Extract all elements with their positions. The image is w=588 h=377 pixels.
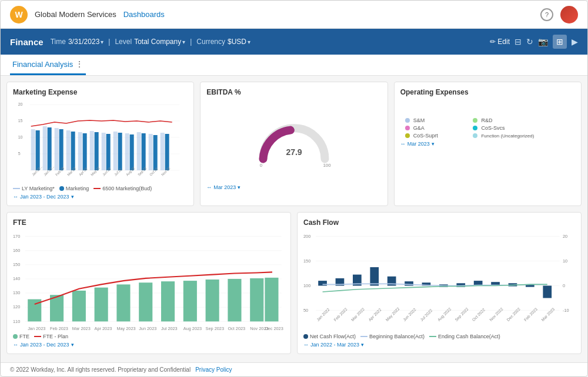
svg-text:Dec 2022: Dec 2022 <box>506 307 521 322</box>
tab-financial-analysis[interactable]: Financial Analysis ⋮ <box>10 55 86 75</box>
svg-text:Feb 2023: Feb 2023 <box>523 307 538 322</box>
svg-rect-27 <box>95 132 99 170</box>
currency-label: Currency <box>196 38 225 46</box>
svg-text:Jul 2023: Jul 2023 <box>161 326 178 331</box>
svg-text:Oct 2022: Oct 2022 <box>472 307 486 322</box>
edit-button[interactable]: ✏ Edit <box>490 38 510 46</box>
svg-text:-10: -10 <box>563 308 569 313</box>
level-chevron: ▾ <box>182 39 185 45</box>
refresh-icon[interactable]: ↻ <box>526 37 533 46</box>
svg-text:200: 200 <box>303 234 310 239</box>
svg-text:Jan 2022: Jan 2022 <box>316 307 330 322</box>
svg-text:Aug 2022: Aug 2022 <box>437 307 452 322</box>
svg-rect-78 <box>206 280 219 321</box>
svg-text:Mar 2022: Mar 2022 <box>350 307 365 322</box>
marketing-expense-card: Marketing Expense 20 15 10 5 $,000 <box>6 82 194 206</box>
toolbar: Finance Time 3/31/2023 ▾ | Level Total C… <box>1 29 587 55</box>
svg-text:Oct 2023: Oct 2023 <box>228 326 245 331</box>
workday-logo: W <box>10 6 28 23</box>
main-content: Marketing Expense 20 15 10 5 $,000 <box>1 76 587 362</box>
marketing-expense-chart: 20 15 10 5 $,000 <box>13 100 188 182</box>
operating-expenses-title: Operating Expenses <box>400 88 575 96</box>
svg-text:10: 10 <box>18 135 23 139</box>
cashflow-chart: 200 150 100 50 20 10 0 -10 <box>303 230 575 330</box>
svg-text:Mar 2023: Mar 2023 <box>72 326 91 331</box>
marketing-date-range[interactable]: ↔Jan 2023 - Dec 2023▾ <box>13 194 188 200</box>
fte-date-range[interactable]: ↔Jan 2023 - Dec 2023▾ <box>13 342 285 348</box>
svg-text:0: 0 <box>563 283 565 288</box>
cashflow-date-range[interactable]: ↔Jan 2022 - Mar 2023▾ <box>303 342 575 348</box>
time-value[interactable]: 3/31/2023 ▾ <box>68 38 103 46</box>
svg-rect-72 <box>72 291 86 322</box>
svg-text:170: 170 <box>13 234 20 239</box>
top-charts-row: Marketing Expense 20 15 10 5 $,000 <box>6 82 582 206</box>
user-avatar[interactable] <box>560 6 578 23</box>
operating-chart-area: 52 % 5 % 38 % 2 % 0 % 2 % S&M R&D G&A Co… <box>400 100 575 139</box>
legend-ly-marketing: LY Marketing* <box>13 186 55 191</box>
svg-rect-31 <box>142 133 146 170</box>
video-icon[interactable]: ▶ <box>572 37 578 46</box>
svg-text:15: 15 <box>18 119 23 123</box>
operating-legend: S&M R&D G&A CoS-Svcs CoS-Suprt Function … <box>405 117 534 139</box>
svg-text:160: 160 <box>13 248 20 253</box>
svg-rect-30 <box>130 134 134 170</box>
dashboards-link[interactable]: Dashboards <box>123 10 165 19</box>
svg-text:Feb 2023: Feb 2023 <box>50 326 68 331</box>
help-icon[interactable]: ? <box>540 8 553 21</box>
svg-rect-76 <box>161 281 175 321</box>
svg-text:10: 10 <box>563 258 567 264</box>
svg-rect-20 <box>149 134 153 170</box>
svg-text:120: 120 <box>13 304 20 309</box>
svg-rect-33 <box>165 134 169 170</box>
svg-rect-25 <box>71 132 75 170</box>
camera-icon[interactable]: 📷 <box>538 37 548 46</box>
svg-rect-22 <box>36 130 40 170</box>
operating-date-range[interactable]: ↔Mar 2023▾ <box>400 141 575 147</box>
svg-rect-13 <box>66 130 71 170</box>
svg-rect-73 <box>95 288 108 322</box>
svg-text:100: 100 <box>323 163 331 168</box>
level-label: Level <box>115 38 132 46</box>
cashflow-card: Cash Flow 200 150 100 50 20 10 0 -10 <box>297 212 582 354</box>
copyright-text: © 2022 Workday, Inc. All rights reserved… <box>10 366 191 373</box>
legend-budget: 6500 Marketing(Bud) <box>93 186 152 191</box>
ebitda-date-range[interactable]: ↔Mar 2023▾ <box>206 184 381 190</box>
fte-card: FTE 170 160 150 140 130 120 110 <box>6 212 291 354</box>
grid-view-icon[interactable]: ⊞ <box>553 35 567 49</box>
currency-value[interactable]: $USD ▾ <box>228 38 250 46</box>
svg-text:Feb 2022: Feb 2022 <box>333 307 348 322</box>
fte-chart: 170 160 150 140 130 120 110 <box>13 230 285 330</box>
svg-text:Apr 2022: Apr 2022 <box>368 307 382 322</box>
privacy-policy-link[interactable]: Privacy Policy <box>195 366 232 373</box>
tab-more-icon[interactable]: ⋮ <box>75 59 83 69</box>
svg-text:150: 150 <box>303 258 310 264</box>
svg-rect-80 <box>250 278 263 322</box>
svg-rect-16 <box>102 133 106 170</box>
tabs-bar: Financial Analysis ⋮ <box>1 55 587 76</box>
svg-text:May 2022: May 2022 <box>385 307 401 322</box>
pencil-icon: ✏ <box>490 38 496 46</box>
level-value[interactable]: Total Company ▾ <box>134 38 185 46</box>
svg-rect-10 <box>31 129 35 170</box>
ebitda-gauge: 27.9 0 100 <box>206 100 381 182</box>
svg-text:50: 50 <box>303 308 308 313</box>
svg-rect-109 <box>370 267 379 286</box>
operating-expenses-card: Operating Expenses <box>394 82 582 206</box>
svg-rect-81 <box>265 278 278 322</box>
svg-text:Aug 2023: Aug 2023 <box>183 326 202 331</box>
svg-text:140: 140 <box>13 276 20 281</box>
filter-icon[interactable]: ⊟ <box>514 37 522 46</box>
svg-text:Apr 2023: Apr 2023 <box>95 326 112 331</box>
svg-rect-75 <box>139 282 152 321</box>
bottom-charts-row: FTE 170 160 150 140 130 120 110 <box>6 212 582 354</box>
svg-text:20: 20 <box>563 234 567 239</box>
svg-rect-12 <box>55 128 59 170</box>
toolbar-title: Finance <box>10 37 44 47</box>
time-chevron: ▾ <box>101 39 103 45</box>
marketing-legend: LY Marketing* Marketing 6500 Marketing(B… <box>13 186 188 191</box>
svg-rect-106 <box>318 281 327 285</box>
time-label: Time <box>51 38 66 46</box>
svg-text:Mar 2023: Mar 2023 <box>540 307 555 322</box>
svg-text:110: 110 <box>13 319 20 324</box>
svg-rect-119 <box>543 286 552 298</box>
